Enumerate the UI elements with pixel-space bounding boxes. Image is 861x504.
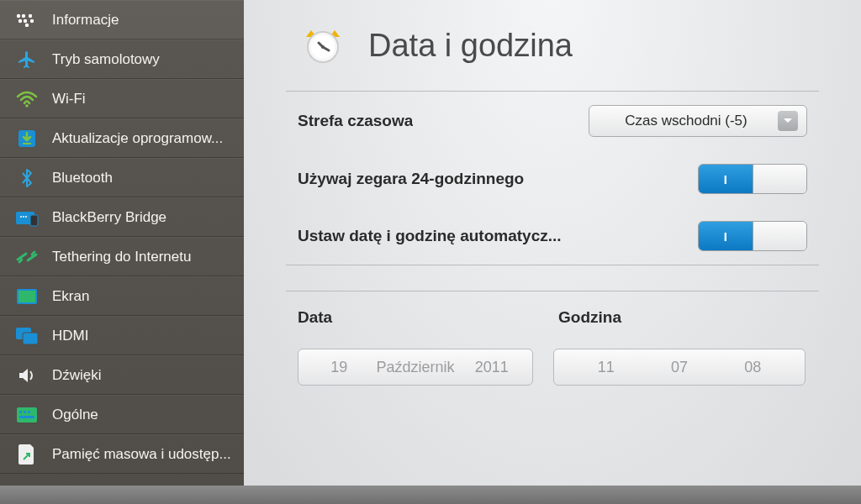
timezone-dropdown[interactable]: Czas wschodni (-5) bbox=[589, 105, 807, 137]
svg-point-3 bbox=[18, 18, 22, 22]
time-section-label: Godzina bbox=[558, 308, 621, 327]
clock-icon bbox=[303, 25, 343, 66]
bluetooth-icon bbox=[15, 166, 39, 190]
main-pane: Data i godzina Strefa czasowa Czas wscho… bbox=[244, 0, 861, 504]
sidebar-item-label: BlackBerry Bridge bbox=[52, 209, 166, 226]
svg-point-6 bbox=[25, 23, 29, 26]
svg-rect-21 bbox=[24, 411, 26, 413]
sidebar-item-label: Pamięć masowa i udostęp... bbox=[52, 446, 231, 463]
sidebar-item-info[interactable]: Informacje bbox=[0, 0, 244, 39]
sound-icon bbox=[15, 364, 39, 387]
sidebar-item-label: Ogólne bbox=[52, 407, 98, 423]
svg-rect-22 bbox=[28, 411, 30, 413]
svg-point-14 bbox=[25, 216, 27, 218]
sidebar-item-label: Tryb samolotowy bbox=[52, 51, 160, 68]
sidebar-item-label: Ekran bbox=[52, 288, 89, 305]
svg-rect-23 bbox=[19, 416, 34, 418]
svg-point-4 bbox=[24, 18, 27, 22]
svg-rect-19 bbox=[17, 407, 37, 423]
sidebar-item-airplane[interactable]: Tryb samolotowy bbox=[0, 39, 244, 79]
row-timezone: Strefa czasowa Czas wschodni (-5) bbox=[286, 92, 819, 150]
date-picker[interactable]: 19 Październik 2011 bbox=[298, 349, 533, 386]
date-month: Październik bbox=[365, 359, 467, 376]
sidebar-item-bluetooth[interactable]: Bluetooth bbox=[0, 158, 244, 197]
sidebar-item-storage[interactable]: Pamięć masowa i udostęp... bbox=[0, 434, 244, 474]
clock24-label: Używaj zegara 24-godzinnego bbox=[298, 170, 524, 188]
svg-rect-16 bbox=[18, 291, 35, 302]
sidebar-item-hdmi[interactable]: HDMI bbox=[0, 316, 244, 355]
sidebar-item-label: Bluetooth bbox=[52, 170, 113, 186]
general-icon bbox=[15, 403, 39, 427]
bridge-icon bbox=[15, 206, 39, 229]
time-sec: 08 bbox=[716, 359, 790, 376]
settings-group-1: Strefa czasowa Czas wschodni (-5) Używaj… bbox=[286, 91, 819, 265]
time-hour: 11 bbox=[569, 359, 642, 376]
hdmi-icon bbox=[15, 324, 39, 348]
toggle-state-on: I bbox=[699, 165, 753, 193]
page-header: Data i godzina bbox=[277, 17, 827, 91]
date-day: 19 bbox=[314, 359, 365, 376]
toggle-knob bbox=[753, 165, 807, 193]
page-title: Data i godzina bbox=[368, 28, 573, 64]
svg-rect-20 bbox=[19, 411, 22, 413]
date-section-label: Data bbox=[298, 308, 550, 327]
sidebar-item-label: Informacje bbox=[52, 12, 119, 29]
time-picker[interactable]: 11 07 08 bbox=[553, 349, 806, 386]
sidebar-item-bridge[interactable]: BlackBerry Bridge bbox=[0, 197, 244, 237]
sidebar-item-label: Wi-Fi bbox=[52, 91, 86, 108]
chevron-down-icon bbox=[778, 111, 798, 131]
sidebar-item-tether[interactable]: Tethering do Internetu bbox=[0, 237, 244, 276]
sidebar-item-screen[interactable]: Ekran bbox=[0, 276, 244, 316]
svg-point-5 bbox=[30, 18, 34, 22]
timezone-label: Strefa czasowa bbox=[298, 112, 413, 130]
sidebar-item-label: Aktualizacje oprogramow... bbox=[52, 130, 223, 147]
row-auto-datetime: Ustaw datę i godzinę automatycz... I bbox=[286, 207, 819, 265]
sidebar-item-label: Tethering do Internetu bbox=[52, 249, 191, 265]
autoset-label: Ustaw datę i godzinę automatycz... bbox=[298, 227, 562, 245]
timezone-value: Czas wschodni (-5) bbox=[603, 113, 769, 129]
sidebar-item-wifi[interactable]: Wi-Fi bbox=[0, 79, 244, 118]
airplane-icon bbox=[15, 48, 39, 71]
settings-group-2: Data Godzina 19 Październik 2011 11 07 0… bbox=[286, 291, 819, 386]
sidebar-item-label: HDMI bbox=[52, 328, 88, 344]
sidebar-item-label: Dźwięki bbox=[52, 367, 102, 384]
sidebar-item-sounds[interactable]: Dźwięki bbox=[0, 355, 244, 395]
clock24-toggle[interactable]: I bbox=[698, 164, 807, 194]
time-min: 07 bbox=[642, 359, 716, 376]
download-icon bbox=[15, 127, 39, 150]
toggle-knob bbox=[753, 222, 807, 250]
bb-logo-icon bbox=[15, 8, 39, 32]
svg-point-7 bbox=[25, 104, 29, 108]
svg-point-13 bbox=[23, 216, 24, 218]
svg-point-26 bbox=[321, 45, 325, 49]
toggle-state-on: I bbox=[699, 222, 753, 250]
svg-point-12 bbox=[20, 216, 22, 218]
sidebar-item-updates[interactable]: Aktualizacje oprogramow... bbox=[0, 118, 244, 158]
svg-point-2 bbox=[29, 13, 32, 17]
date-year: 2011 bbox=[467, 359, 518, 376]
row-24h-clock: Używaj zegara 24-godzinnego I bbox=[286, 150, 819, 207]
system-bottom-bar bbox=[0, 486, 861, 504]
autoset-toggle[interactable]: I bbox=[698, 221, 807, 251]
storage-icon bbox=[15, 443, 39, 466]
svg-point-0 bbox=[17, 13, 20, 17]
tether-icon bbox=[15, 245, 39, 269]
svg-rect-18 bbox=[23, 333, 38, 344]
svg-point-1 bbox=[22, 13, 25, 17]
wifi-icon bbox=[15, 87, 39, 111]
svg-rect-11 bbox=[30, 215, 38, 226]
settings-sidebar: Informacje Tryb samolotowy Wi-Fi Aktuali… bbox=[0, 0, 244, 504]
screen-icon bbox=[15, 285, 39, 308]
svg-rect-9 bbox=[23, 143, 31, 144]
sidebar-item-general[interactable]: Ogólne bbox=[0, 395, 244, 434]
